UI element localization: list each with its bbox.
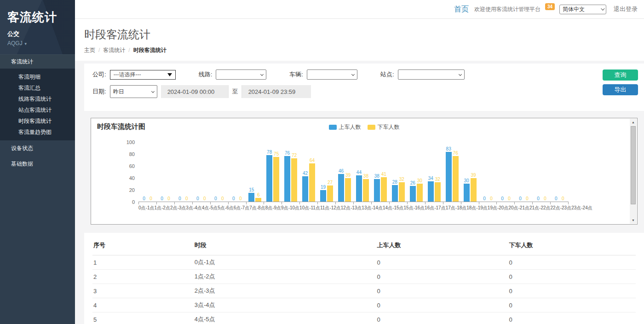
legend-item-0[interactable]: 上车人数 bbox=[329, 123, 361, 131]
scroll-down-icon[interactable]: ▼ bbox=[630, 217, 637, 224]
sidebar-item-0[interactable]: 客流明细 bbox=[0, 71, 75, 82]
bar-下车人数-8[interactable]: 72 bbox=[291, 153, 297, 202]
bar-上车人数-15[interactable]: 26 bbox=[410, 180, 416, 202]
language-select[interactable]: 简体中文 bbox=[559, 5, 606, 14]
scrollbar-thumb[interactable] bbox=[631, 126, 636, 204]
org-name: 公交 bbox=[7, 30, 68, 38]
scroll-up-icon[interactable]: ▲ bbox=[630, 119, 637, 126]
bar-下车人数-1[interactable]: 0 bbox=[166, 196, 172, 202]
bar-value-label: 0 bbox=[143, 196, 145, 201]
bar-下车人数-10[interactable]: 27 bbox=[327, 180, 333, 202]
bar-value-label: 30 bbox=[417, 178, 422, 183]
date-preset-select[interactable]: 昨日 bbox=[110, 85, 157, 98]
bar-上车人数-4[interactable]: 0 bbox=[213, 196, 218, 202]
bar-rect bbox=[363, 179, 369, 202]
chart-scrollbar[interactable]: ▲ ▼ bbox=[630, 119, 637, 224]
bar-value-label: 0 bbox=[150, 196, 152, 201]
line-select[interactable] bbox=[216, 69, 266, 80]
bar-上车人数-12[interactable]: 44 bbox=[356, 170, 362, 202]
bar-下车人数-19[interactable]: 0 bbox=[489, 196, 494, 202]
sidebar-bottom-item-0[interactable]: 设备状态 bbox=[0, 140, 75, 156]
breadcrumb-item-1[interactable]: 客流统计 bbox=[103, 47, 125, 53]
sidebar-item-3[interactable]: 站点客流统计 bbox=[0, 104, 75, 116]
bar-下车人数-21[interactable]: 0 bbox=[524, 196, 530, 202]
bar-上车人数-0[interactable]: 0 bbox=[141, 196, 147, 202]
x-tick-label: 19点-20点 bbox=[488, 205, 509, 211]
bar-value-label: 32 bbox=[399, 177, 404, 182]
bar-上车人数-5[interactable]: 0 bbox=[230, 196, 236, 202]
date-end-input[interactable]: 2024-01-09 23:59 bbox=[242, 85, 311, 98]
sidebar-item-5[interactable]: 客流量趋势图 bbox=[0, 127, 75, 138]
x-tick bbox=[138, 202, 157, 204]
chart-panel: 时段车流统计图 上车人数下车人数 020406080100 0000000000… bbox=[91, 118, 638, 225]
bar-group-6: 156 bbox=[246, 142, 264, 202]
company-select[interactable]: ---请选择--- bbox=[110, 70, 176, 80]
sidebar-item-4[interactable]: 时段客流统计 bbox=[0, 116, 75, 127]
bar-上车人数-20[interactable]: 0 bbox=[500, 196, 506, 202]
logout-link[interactable]: 退出登录 bbox=[614, 5, 638, 13]
bar-value-label: 76 bbox=[285, 150, 290, 156]
export-button[interactable]: 导出 bbox=[603, 84, 638, 95]
station-select[interactable] bbox=[398, 69, 465, 80]
bar-上车人数-21[interactable]: 0 bbox=[517, 196, 523, 202]
sidebar-item-1[interactable]: 客流汇总 bbox=[0, 82, 75, 93]
bar-下车人数-20[interactable]: 0 bbox=[506, 196, 512, 202]
bar-上车人数-22[interactable]: 0 bbox=[535, 196, 541, 202]
bar-上车人数-16[interactable]: 34 bbox=[428, 176, 434, 202]
bar-rect bbox=[345, 178, 351, 202]
sidebar-item-2[interactable]: 线路客流统计 bbox=[0, 93, 75, 104]
bar-下车人数-7[interactable]: 75 bbox=[273, 151, 279, 202]
org-selector[interactable]: AQGJ▼ bbox=[7, 40, 68, 46]
bar-上车人数-14[interactable]: 28 bbox=[392, 179, 398, 202]
date-start-input[interactable]: 2024-01-09 00:00 bbox=[161, 85, 228, 98]
bar-下车人数-6[interactable]: 6 bbox=[255, 192, 261, 202]
bar-上车人数-9[interactable]: 42 bbox=[302, 171, 308, 202]
breadcrumb-item-0[interactable]: 主页 bbox=[84, 47, 95, 53]
bar-group-19: 00 bbox=[479, 142, 497, 202]
bar-上车人数-2[interactable]: 0 bbox=[177, 196, 183, 202]
bar-上车人数-18[interactable]: 30 bbox=[464, 178, 470, 202]
bar-rect bbox=[374, 179, 380, 202]
bar-下车人数-9[interactable]: 64 bbox=[309, 158, 315, 202]
bar-上车人数-13[interactable]: 38 bbox=[374, 174, 380, 202]
bar-下车人数-4[interactable]: 0 bbox=[219, 196, 225, 202]
bar-下车人数-2[interactable]: 0 bbox=[184, 196, 190, 202]
bar-上车人数-17[interactable]: 83 bbox=[446, 146, 452, 202]
bar-下车人数-22[interactable]: 0 bbox=[542, 196, 548, 202]
bar-上车人数-10[interactable]: 19 bbox=[320, 185, 326, 202]
breadcrumb-separator: / bbox=[98, 47, 100, 53]
bar-group-13: 3841 bbox=[371, 142, 389, 202]
bar-rect bbox=[255, 198, 261, 202]
bar-下车人数-14[interactable]: 32 bbox=[399, 177, 405, 202]
bar-下车人数-3[interactable]: 0 bbox=[201, 196, 207, 202]
bar-上车人数-1[interactable]: 0 bbox=[159, 196, 165, 202]
bar-下车人数-18[interactable]: 39 bbox=[471, 173, 477, 202]
station-label: 站点: bbox=[380, 70, 394, 79]
query-button[interactable]: 查询 bbox=[603, 69, 638, 81]
table-cell: 0 bbox=[376, 312, 508, 324]
vehicle-select[interactable] bbox=[307, 69, 357, 80]
bar-上车人数-8[interactable]: 76 bbox=[284, 150, 290, 202]
bar-上车人数-6[interactable]: 15 bbox=[248, 187, 254, 202]
notification-badge[interactable]: 34 bbox=[545, 3, 555, 10]
sidebar-section-passenger-stats[interactable]: 客流统计 bbox=[0, 54, 75, 69]
bar-value-label: 0 bbox=[562, 196, 564, 201]
bar-rect bbox=[381, 177, 387, 202]
bar-下车人数-11[interactable]: 39 bbox=[345, 173, 351, 202]
home-link[interactable]: 首页 bbox=[454, 5, 469, 14]
bar-上车人数-11[interactable]: 46 bbox=[338, 168, 344, 202]
bar-下车人数-13[interactable]: 41 bbox=[381, 172, 387, 202]
bar-上车人数-23[interactable]: 0 bbox=[553, 196, 559, 202]
bar-上车人数-7[interactable]: 78 bbox=[266, 150, 272, 202]
bar-下车人数-5[interactable]: 0 bbox=[237, 196, 243, 202]
bar-下车人数-0[interactable]: 0 bbox=[148, 196, 154, 202]
legend-item-1[interactable]: 下车人数 bbox=[368, 123, 400, 131]
bar-上车人数-3[interactable]: 0 bbox=[195, 196, 201, 202]
bar-下车人数-15[interactable]: 30 bbox=[417, 178, 423, 202]
bar-下车人数-23[interactable]: 0 bbox=[560, 196, 566, 202]
bar-下车人数-17[interactable]: 76 bbox=[453, 150, 459, 202]
bar-下车人数-16[interactable]: 32 bbox=[435, 177, 441, 202]
sidebar-bottom-item-1[interactable]: 基础数据 bbox=[0, 156, 75, 172]
bar-上车人数-19[interactable]: 0 bbox=[482, 196, 488, 202]
bar-下车人数-12[interactable]: 38 bbox=[363, 174, 369, 202]
